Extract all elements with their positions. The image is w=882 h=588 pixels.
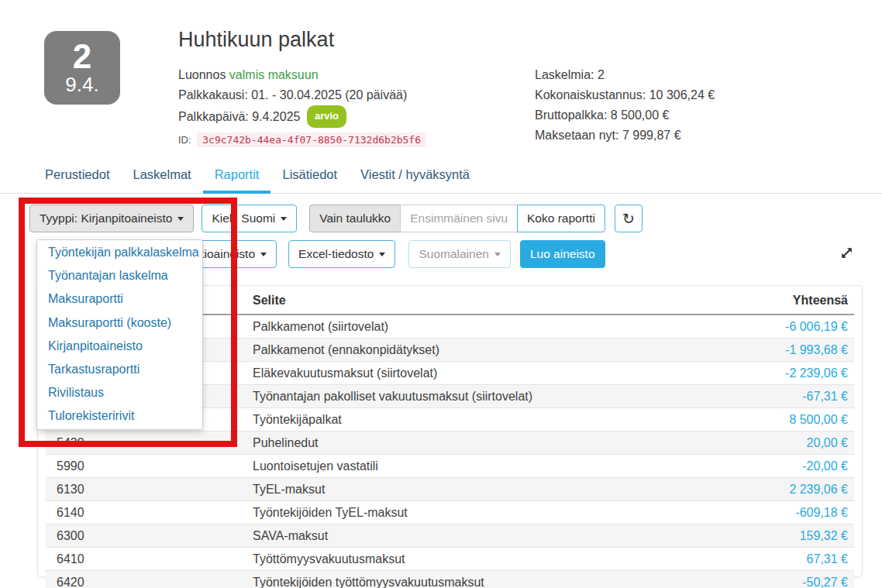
locale-dropdown[interactable]: Suomalainen [408,240,510,268]
table-row: 6300SAVA-maksut159,32 € [46,524,854,548]
estimate-badge: arvio [307,105,346,128]
stat-total-cost: Kokonaiskustannus: 10 306,24 € [535,85,715,105]
selite-cell: Työntekijöiden TyEL-maksut [242,501,730,524]
account-cell: 5430 [46,432,242,455]
payday-badge: 2 9.4. [44,31,120,105]
selite-cell: TyEL-maksut [242,478,730,501]
menu-item-tulorekisteririvit[interactable]: Tulorekisteririvit [37,404,202,428]
total-cell: 2 239,06 € [730,478,854,501]
report-type-label: Tyyppi: Kirjanpitoaineisto [40,211,172,225]
caret-down-icon [260,253,267,256]
payroll-page: 2 9.4. Huhtikuun palkat Luonnos valmis m… [0,0,882,588]
id-line: ID: 3c9c742b-44ea-4f07-8850-7132d6b2b5f6 [178,130,426,150]
stat-gross-pay: Bruttopalkka: 8 500,00 € [535,105,715,126]
table-row: 5430Puhelinedut20,00 € [46,432,854,455]
account-cell: 6420 [46,571,242,588]
caret-down-icon [281,217,287,221]
tab-perustiedot[interactable]: Perustiedot [33,160,121,194]
total-cell: -20,00 € [730,455,854,478]
tab-bar: Perustiedot Laskelmat Raportit Lisätiedo… [0,160,882,194]
account-cell: 6140 [46,501,242,524]
payroll-meta: Luonnos valmis maksuun Palkkakausi: 01. … [178,65,426,150]
total-cell: 8 500,00 € [730,408,854,432]
tab-laskelmat[interactable]: Laskelmat [121,160,202,194]
pay-period-line: Palkkakausi: 01. - 30.04.2025 (20 päivää… [178,85,426,105]
locale-label: Suomalainen [419,247,488,261]
language-dropdown[interactable]: Kieli: Suomi [202,205,297,232]
selite-cell: Eläkevakuutusmaksut (siirtovelat) [242,362,730,385]
view-mode-group: Vain taulukko Ensimmäinen sivu Koko rapo… [309,205,605,232]
stat-paid-now: Maksetaan nyt: 7 999,87 € [535,126,715,146]
table-row: 5990Luontoisetujen vastatili-20,00 € [46,455,854,478]
total-cell: -2 239,06 € [730,362,854,385]
selite-cell: Palkkamenot (ennakonpidätykset) [242,339,730,362]
id-label: ID: [178,134,191,146]
pay-day-text: Palkkapäivä: 9.4.2025 [178,110,300,123]
tab-viestit-hyvaksynta[interactable]: Viestit / hyväksyntä [349,160,481,194]
menu-item-maksuraportti-kooste[interactable]: Maksuraportti (kooste) [37,311,202,335]
refresh-icon: ↻ [622,210,635,227]
report-toolbar-row2: Vakioaineisto Excel-tiedosto Suomalainen… [174,240,605,268]
create-material-button[interactable]: Luo aineisto [520,240,605,268]
excel-file-dropdown[interactable]: Excel-tiedosto [288,240,395,268]
selite-cell: Työntekijäpalkat [242,408,730,432]
account-cell: 6300 [46,524,242,548]
account-cell: 6410 [46,548,242,571]
language-label: Kieli: Suomi [212,211,275,225]
menu-item-tarkastusraportti[interactable]: Tarkastusraportti [37,358,202,381]
selite-cell: Työttömyysvakuutusmaksut [242,548,730,571]
table-row: 6420Työntekijöiden työttömyysvakuutusmak… [46,571,854,588]
caret-down-icon [494,253,501,256]
selite-cell: Puhelinedut [242,432,730,455]
selite-cell: Työntekijöiden työttömyysvakuutusmaksut [242,571,730,588]
payroll-run-number: 2 [73,40,91,74]
report-type-dropdown[interactable]: Tyyppi: Kirjanpitoaineisto [29,205,194,232]
account-cell: 5990 [46,455,242,478]
tab-lisatiedot[interactable]: Lisätiedot [270,160,349,194]
expand-report-button[interactable] [837,243,856,262]
view-table-only-button[interactable]: Vain taulukko [309,205,401,232]
stat-calculations: Laskelmia: 2 [535,65,715,85]
total-cell: 20,00 € [730,432,854,455]
status-line: Luonnos valmis maksuun [178,65,426,85]
selite-cell: Luontoisetujen vastatili [242,455,730,478]
payroll-run-date: 9.4. [65,74,98,96]
column-header-total: Yhteensä [730,286,854,315]
table-row: 6140Työntekijöiden TyEL-maksut-609,18 € [46,501,854,524]
selite-cell: SAVA-maksut [242,524,730,548]
total-cell: -67,31 € [730,385,854,408]
payroll-id-value: 3c9c742b-44ea-4f07-8850-7132d6b2b5f6 [197,132,426,147]
status-draft-label: Luonnos [178,68,226,81]
total-cell: 159,32 € [730,524,854,548]
menu-item-tyontekijan-palkkalaskelma[interactable]: Työntekijän palkkalaskelma [37,241,202,264]
report-type-menu: Työntekijän palkkalaskelma Työnantajan l… [36,239,203,430]
selite-cell: Työnantajan pakolliset vakuutusmaksut (s… [242,385,730,408]
expand-diagonal-icon [839,246,854,260]
menu-item-kirjanpitoaineisto[interactable]: Kirjanpitoaineisto [37,335,202,358]
column-header-selite: Selite [242,286,730,315]
table-row: 6410Työttömyysvakuutusmaksut67,31 € [46,548,854,571]
caret-down-icon [177,217,184,221]
account-cell: 6130 [46,478,242,501]
total-cell: -1 993,68 € [730,339,854,362]
total-cell: -6 006,19 € [730,315,854,339]
table-row: 6130TyEL-maksut2 239,06 € [46,478,854,501]
menu-item-tyonantajan-laskelma[interactable]: Työnantajan laskelma [37,264,202,287]
view-first-page-button[interactable]: Ensimmäinen sivu [400,205,518,232]
selite-cell: Palkkamenot (siirtovelat) [242,315,730,339]
page-title: Huhtikuun palkat [178,28,334,52]
pay-day-line: Palkkapäivä: 9.4.2025 arvio [178,105,426,128]
excel-file-label: Excel-tiedosto [298,247,374,261]
caret-down-icon [379,253,385,256]
refresh-button[interactable]: ↻ [615,205,643,232]
total-cell: -50,27 € [730,571,854,588]
ready-for-payment-link[interactable]: valmis maksuun [229,68,319,81]
menu-item-maksuraportti[interactable]: Maksuraportti [37,287,202,311]
total-cell: -609,18 € [730,501,854,524]
payroll-stats: Laskelmia: 2 Kokonaiskustannus: 10 306,2… [535,65,715,146]
tab-raportit[interactable]: Raportit [203,160,271,194]
menu-item-rivilistaus[interactable]: Rivilistaus [37,381,202,404]
total-cell: 67,31 € [730,548,854,571]
report-toolbar-row1: Tyyppi: Kirjanpitoaineisto Kieli: Suomi … [29,205,643,232]
view-full-report-button[interactable]: Koko raportti [517,205,605,232]
